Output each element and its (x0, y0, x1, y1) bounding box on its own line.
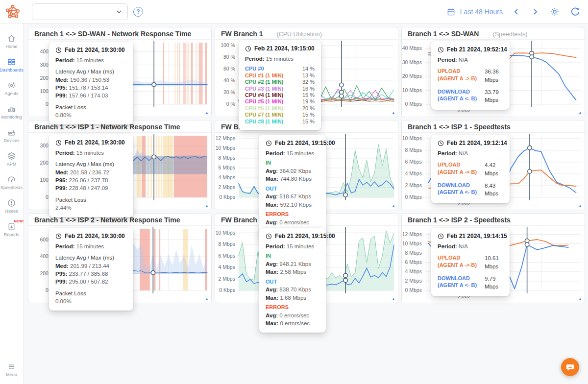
sidebar-item-monitoring[interactable]: Monitoring (0, 100, 24, 123)
sidebar-item-apm[interactable]: APM (0, 147, 24, 170)
tooltip-section-title: Latency Avg / Max (ms) (55, 68, 127, 75)
tooltip-max: Max: 592.10 Kbps (266, 201, 319, 209)
tooltip-speed-label: DOWNLOAD (AGENT A <- B) (438, 182, 481, 198)
clock-icon (438, 140, 444, 146)
svg-text:2 Mbps: 2 Mbps (405, 183, 422, 188)
tooltip-packet-loss-value: 2.44% (55, 204, 127, 212)
svg-text:600: 600 (40, 237, 49, 242)
svg-text:6 Mbps: 6 Mbps (405, 159, 422, 165)
settings-button[interactable] (549, 6, 561, 18)
refresh-button[interactable] (569, 6, 581, 18)
svg-text:200: 200 (40, 160, 49, 166)
chart-tooltip: Feb 21 2024, 19:30:00Period: 15 minutesL… (49, 134, 133, 217)
sidebar-item-agents[interactable]: Agents (0, 76, 24, 100)
sidebar-menu-toggle[interactable]: Menu (0, 358, 24, 381)
svg-text:200: 200 (40, 75, 49, 81)
tooltip-period: Period: N/A (438, 242, 503, 250)
tooltip-packet-loss-title: Packet Loss (55, 196, 127, 204)
svg-text:2 Mbps: 2 Mbps (405, 278, 422, 284)
tooltip-group-name: IN (266, 252, 319, 260)
widget-resize-handle[interactable]: ▲ (392, 297, 395, 301)
tooltip-med: Med: 201.99 / 213.44 (55, 262, 127, 270)
svg-text:100: 100 (40, 89, 49, 94)
tooltip-timestamp: Feb 21 2024, 19:15:00 (266, 139, 319, 147)
clock-icon (438, 233, 444, 240)
time-range-label: Last 48 Hours (460, 8, 503, 16)
speedtest-gauge-icon (7, 175, 16, 184)
chart-tooltip: Feb 21 2024, 19:15:00Period: 15 minutesC… (239, 40, 321, 130)
previous-period-button[interactable] (512, 7, 521, 17)
tooltip-group-name: ERRORS (266, 211, 319, 218)
widget-resize-handle[interactable]: ▲ (578, 204, 582, 208)
top-bar: ? Last 48 Hours (0, 0, 588, 24)
widget-sdwan-response-time: Branch 1 <-> SD-WAN - Network Response T… (28, 27, 212, 117)
tooltip-period: Period: 15 minutes (266, 149, 319, 157)
widget-resize-handle[interactable]: ▲ (392, 204, 395, 208)
home-icon (7, 34, 16, 43)
svg-text:4 Mbps: 4 Mbps (405, 269, 422, 274)
svg-text:40 Mbps: 40 Mbps (402, 46, 422, 51)
tooltip-cpu-row: CPU #3 (1 MIN)16 % (245, 86, 315, 92)
widget-resize-handle[interactable]: ▲ (578, 297, 582, 301)
tooltip-section-title: Latency Avg / Max (ms) (55, 160, 127, 168)
tooltip-timestamp: Feb 21 2024, 19:15:00 (245, 45, 315, 53)
widget-title: FW Branch 1 (221, 30, 263, 38)
svg-text:8 Mbps: 8 Mbps (219, 155, 235, 161)
sidebar-item-issues[interactable]: Issues (0, 194, 24, 217)
sidebar-item-speedtests[interactable]: Speedtests (0, 170, 24, 194)
tooltip-speed-label: UPLOAD (AGENT A -> B) (438, 254, 481, 270)
tooltip-avg: Avg: 364.02 Kbps (266, 167, 319, 175)
clock-icon (438, 47, 444, 53)
widget-resize-handle[interactable]: ▲ (392, 111, 395, 115)
tooltip-speed-label: DOWNLOAD (AGENT A <- B) (438, 275, 481, 291)
svg-text:400: 400 (40, 49, 49, 54)
chat-support-button[interactable] (561, 358, 579, 376)
widget-resize-handle[interactable]: ▲ (205, 297, 209, 301)
tooltip-speed-label: DOWNLOAD (AGENT A <- B) (438, 88, 481, 104)
tooltip-packet-loss-title: Packet Loss (55, 289, 127, 297)
tooltip-p99: P99: 228.48 / 247.09 (55, 184, 127, 192)
svg-text:20 %: 20 % (223, 90, 235, 95)
tooltip-group-name: OUT (266, 278, 319, 286)
tooltip-period: Period: N/A (438, 56, 503, 64)
widget-resize-handle[interactable]: ▲ (578, 111, 582, 115)
svg-text:8 Mbps: 8 Mbps (405, 147, 422, 153)
clock-icon (55, 233, 62, 240)
tooltip-p99: P99: 157.96 / 174.03 (55, 92, 127, 99)
tooltip-speed-label: UPLOAD (AGENT A -> B) (438, 161, 481, 177)
chevron-right-icon (531, 8, 539, 16)
time-range-picker[interactable]: Last 48 Hours (447, 8, 503, 16)
agents-icon (7, 81, 16, 90)
svg-text:6 Mbps: 6 Mbps (219, 165, 235, 170)
tooltip-p95: P95: 233.77 / 385.68 (55, 270, 127, 278)
svg-text:300: 300 (40, 143, 49, 148)
svg-text:100 %: 100 % (220, 43, 235, 48)
svg-text:8 Mbps: 8 Mbps (405, 250, 422, 256)
sidebar-item-home[interactable]: Home (0, 29, 24, 53)
widget-resize-handle[interactable]: ▲ (205, 204, 209, 208)
sidebar-item-reports[interactable]: NEW! Reports (0, 217, 24, 241)
help-button[interactable]: ? (133, 7, 143, 17)
tooltip-avg: Avg: 0 errors/sec (266, 312, 319, 319)
sidebar-item-dashboards[interactable]: Dashboards (0, 53, 24, 76)
clock-icon (55, 140, 62, 146)
widget-fw-wan1-isp1: FW Branch 1 - WAN 1 - ISP 1 0 Kbps2 Mbps… (215, 120, 398, 210)
chat-bubble-icon (565, 362, 575, 372)
tooltip-max: Max: 1.68 Mbps (266, 294, 319, 302)
dashboard-selector[interactable] (32, 3, 128, 20)
svg-text:2 Mbps: 2 Mbps (219, 276, 235, 282)
tooltip-packet-loss-value: 0.80% (55, 111, 127, 119)
svg-text:12 Mbps: 12 Mbps (402, 232, 422, 237)
tooltip-cpu-row: CPU #1 (1 MIN)13 % (245, 72, 315, 79)
tooltip-cpu-row: CPU #4 (1 MIN)15 % (245, 92, 315, 98)
svg-text:30 Mbps: 30 Mbps (402, 60, 422, 65)
svg-text:6 Mbps: 6 Mbps (405, 260, 422, 265)
widget-resize-handle[interactable]: ▲ (205, 111, 209, 115)
next-period-button[interactable] (530, 7, 540, 17)
dashboards-icon (7, 57, 16, 67)
tooltip-cpu-row: CPU #8 (1 MIN)15 % (245, 119, 315, 125)
chart-tooltip: Feb 21 2024, 19:15:00Period: 15 minutesI… (259, 228, 326, 333)
svg-text:10 Mbps: 10 Mbps (216, 230, 235, 236)
obkio-logo (5, 4, 20, 19)
sidebar-item-devices[interactable]: Devices (0, 123, 24, 147)
